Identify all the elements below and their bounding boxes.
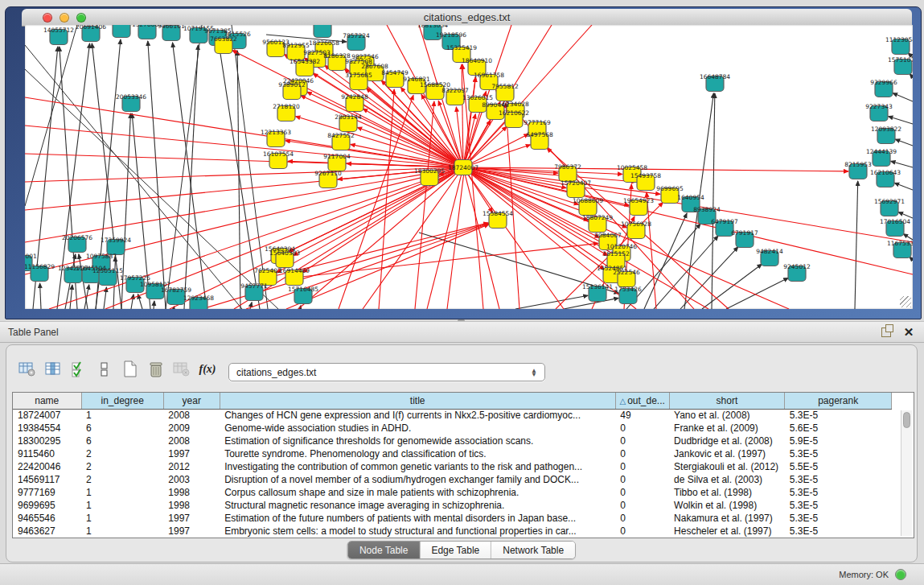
graph-node-label: 9466161 <box>158 25 185 30</box>
cell-in_degree: 2 <box>81 473 163 486</box>
graph-edge[interactable] <box>234 167 463 309</box>
graph-edge[interactable] <box>888 117 913 124</box>
graph-node-label: 7663822 <box>210 35 237 43</box>
graph-edge[interactable] <box>427 167 463 309</box>
graph-node-label: 19218596 <box>436 31 466 39</box>
graph-edge[interactable] <box>25 167 463 182</box>
graph-edge[interactable] <box>70 285 72 309</box>
graph-node-label: 15493758 <box>630 172 661 179</box>
graph-edge[interactable] <box>702 264 762 309</box>
table-row[interactable]: 977716911998Corpus callosum shape and si… <box>13 486 892 499</box>
table-row[interactable]: 946362711997Embryonic stem cells: a mode… <box>13 525 892 538</box>
graph-edge[interactable] <box>895 139 913 146</box>
graph-edge[interactable] <box>462 64 463 167</box>
graph-node-label: 1640954 <box>677 194 704 201</box>
graph-node-label: 18807249 <box>582 214 613 221</box>
table-row[interactable]: 2242004622012Investigating the contribut… <box>13 460 892 473</box>
graph-node-label: 9267110 <box>314 170 342 177</box>
table-row[interactable]: 1872400712008Changes of HCN gene express… <box>13 409 892 422</box>
graph-edge[interactable] <box>250 303 252 309</box>
graph-node-label: 9242848 <box>341 93 368 101</box>
graph-edge[interactable] <box>463 167 913 274</box>
graph-edge[interactable] <box>515 295 588 309</box>
graph-node-label: 16210622 <box>499 109 529 117</box>
graph-node-label: 2803144 <box>335 113 362 121</box>
table-row[interactable]: 911546021997Tourette syndrome. Phenomeno… <box>13 447 892 460</box>
graph-edge[interactable] <box>131 295 133 309</box>
graph-edge[interactable] <box>25 126 463 167</box>
memory-status-indicator[interactable] <box>895 569 906 580</box>
graph-edge[interactable] <box>138 294 142 309</box>
function-builder-icon[interactable]: f(x) <box>195 358 220 381</box>
graph-edge[interactable] <box>40 283 41 309</box>
graph-node[interactable] <box>113 25 130 38</box>
graph-edge[interactable] <box>154 301 154 309</box>
delete-table-icon[interactable] <box>144 358 168 381</box>
graph-node-label: 9777169 <box>524 119 551 126</box>
column-header-year[interactable]: year <box>163 393 220 409</box>
table-settings-icon[interactable] <box>15 358 39 381</box>
cell-short: Franke et al. (2009) <box>669 422 785 435</box>
cell-name: 9115460 <box>13 447 81 460</box>
table-row[interactable]: 1456911722003Disruption of a novel membe… <box>13 473 892 486</box>
graph-edge[interactable] <box>184 45 198 309</box>
table-row[interactable]: 1938455462009Genome-wide association stu… <box>13 422 892 435</box>
graph-edge[interactable] <box>891 161 913 167</box>
graph-edge[interactable] <box>855 181 858 309</box>
column-header-out_degree[interactable]: △out_de... <box>615 393 669 409</box>
column-header-pagerank[interactable]: pagerank <box>785 393 892 409</box>
graph-edge[interactable] <box>294 243 598 278</box>
graph-node-label: 1615152 <box>602 250 630 257</box>
graph-node[interactable] <box>314 25 331 38</box>
desktop: citations_edges.txt 14055712206914061065… <box>0 0 924 585</box>
tab-network-table[interactable]: Network Table <box>491 542 575 558</box>
graph-node-label: 18640910 <box>462 57 492 64</box>
scrollbar-thumb[interactable] <box>903 412 910 428</box>
graph-edge[interactable] <box>286 225 489 309</box>
cell-year: 2008 <box>163 409 220 422</box>
float-panel-icon[interactable] <box>879 326 893 339</box>
graph-edge[interactable] <box>894 183 913 190</box>
dropdown-arrows-icon: ▲▼ <box>527 369 544 377</box>
graph-edge[interactable] <box>893 93 913 101</box>
select-columns-icon[interactable] <box>67 358 91 381</box>
graph-edge[interactable] <box>463 167 636 182</box>
window-titlebar[interactable]: citations_edges.txt <box>22 9 912 27</box>
column-header-name[interactable]: name <box>13 393 81 409</box>
graph-node-label: 18300295 <box>414 167 445 175</box>
graph-edge[interactable] <box>25 97 463 167</box>
table-selector-dropdown[interactable]: citations_edges.txt ▲▼ <box>228 363 545 381</box>
cell-short: Hescheler et al. (1997) <box>669 525 785 538</box>
table-body: 1872400712008Changes of HCN gene express… <box>13 409 892 538</box>
new-table-icon[interactable] <box>118 358 142 381</box>
graph-node-label: 3175685 <box>345 72 372 79</box>
graph-node-label: 13626015 <box>462 94 493 101</box>
graph-edge[interactable] <box>898 212 913 218</box>
graph-edge[interactable] <box>415 101 434 309</box>
column-header-in_degree[interactable]: in_degree <box>81 393 163 409</box>
sort-ascending-icon: △ <box>619 397 626 406</box>
table-row[interactable]: 969969511998Structural magnetic resonanc… <box>13 499 892 512</box>
table-row[interactable]: 1830029562008Estimation of significance … <box>13 435 892 447</box>
graph-node-label: 9084067 <box>594 232 622 239</box>
graph-edge[interactable] <box>903 233 913 240</box>
import-table-icon-disabled <box>170 358 194 381</box>
graph-node-label: 14055712 <box>43 27 74 34</box>
close-panel-icon[interactable]: ✕ <box>901 326 916 339</box>
graph-node-label: 12093822 <box>871 126 901 133</box>
show-columns-icon[interactable] <box>41 358 65 381</box>
tab-node-table[interactable]: Node Table <box>348 542 420 558</box>
graph-node-label: 12923468 <box>183 295 214 302</box>
column-header-short[interactable]: short <box>669 393 785 409</box>
memory-status-label: Memory: OK <box>839 570 889 579</box>
graph-edge[interactable] <box>148 41 166 309</box>
column-header-title[interactable]: title <box>220 393 615 409</box>
network-canvas[interactable]: 1405571220691406106532871527606294661611… <box>25 25 913 309</box>
row-height-icon[interactable] <box>92 358 117 381</box>
window-resize-grip[interactable] <box>900 296 911 307</box>
graph-edge[interactable] <box>506 103 519 309</box>
table-vertical-scrollbar[interactable] <box>901 410 912 536</box>
tab-edge-table[interactable]: Edge Table <box>419 542 491 558</box>
graph-node-label: 9482414 <box>756 248 783 255</box>
table-row[interactable]: 946554611997Estimation of the future num… <box>13 512 892 525</box>
